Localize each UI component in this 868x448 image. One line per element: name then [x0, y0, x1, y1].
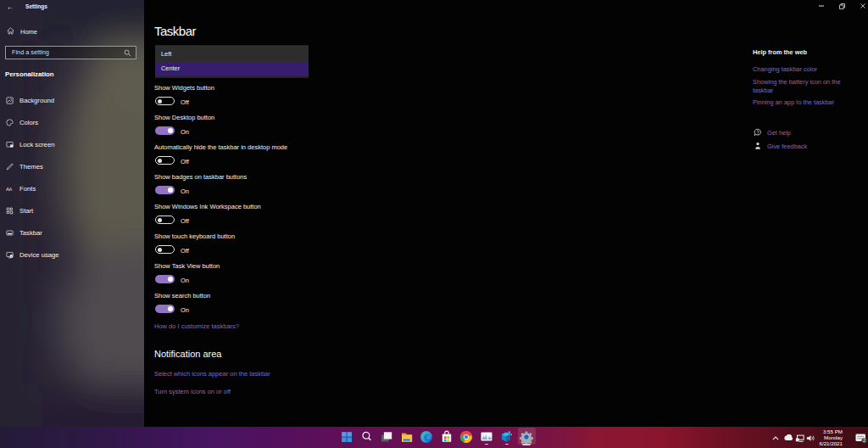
svg-text:A: A [8, 188, 11, 192]
svg-text:2: 2 [863, 438, 865, 443]
